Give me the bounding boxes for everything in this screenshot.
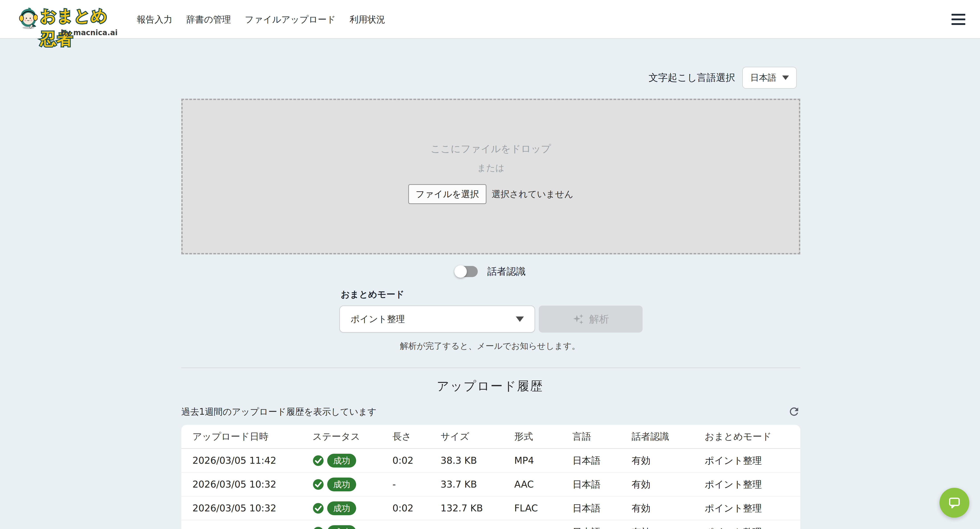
cell-status: 成功 — [312, 478, 393, 491]
status-badge: 成功 — [327, 501, 356, 515]
chevron-down-icon — [782, 75, 789, 80]
status-badge: 成功 — [327, 525, 356, 529]
cell-size: 132.7 KB — [441, 503, 514, 514]
cell-language: 日本語 — [573, 478, 632, 491]
cell-mode: ポイント整理 — [705, 478, 800, 491]
cell-language: 日本語 — [573, 502, 632, 515]
table-header-row: アップロード日時 ステータス 長さ サイズ 形式 言語 話者認識 おまとめモード — [181, 425, 800, 449]
file-selected-status: 選択されていません — [492, 188, 574, 200]
table-row: 2026/03/05 10:32 成功 - 33.7 KB AAC 日本語 有効… — [181, 473, 800, 497]
cell-format: MP4 — [514, 455, 573, 466]
cell-speaker: 有効 — [632, 478, 705, 491]
check-circle-icon — [312, 526, 324, 529]
dropzone-hint-line1: ここにファイルをドロップ — [431, 142, 551, 156]
speaker-recognition-row: 話者認識 — [180, 264, 800, 279]
logo-subtitle: by macnica.ai — [60, 28, 118, 37]
summarize-mode-label: おまとめモード — [341, 288, 404, 301]
summarize-mode-select[interactable]: ポイント整理 — [339, 306, 535, 333]
chat-bubble-icon — [947, 496, 961, 510]
cell-language: 日本語 — [573, 526, 632, 529]
cell-language: 日本語 — [573, 454, 632, 467]
cell-status: 成功 — [312, 501, 393, 515]
analysis-note: 解析が完了すると、メールでお知らせします。 — [180, 340, 800, 352]
history-title: アップロード履歴 — [180, 378, 800, 395]
analyze-button-label: 解析 — [589, 312, 609, 326]
col-header-mode: おまとめモード — [705, 430, 800, 443]
table-row: 成功 日本語 有効 ポイント整理 — [181, 520, 800, 529]
col-header-language: 言語 — [573, 430, 632, 443]
hamburger-menu-icon[interactable] — [951, 14, 965, 25]
cell-datetime: 2026/03/05 11:42 — [192, 455, 312, 466]
toggle-knob — [454, 265, 467, 278]
logo-title: おまとめ忍者 — [40, 4, 119, 50]
speaker-recognition-toggle[interactable] — [454, 264, 479, 279]
col-header-status: ステータス — [312, 430, 393, 443]
transcription-language-row: 文字起こし言語選択 日本語 — [649, 67, 797, 89]
cell-status: 成功 — [312, 454, 393, 467]
cell-mode: ポイント整理 — [705, 454, 800, 467]
sparkles-icon — [572, 313, 585, 325]
ninja-mascot-icon — [19, 4, 38, 32]
cell-speaker: 有効 — [632, 502, 705, 515]
language-select-value: 日本語 — [750, 72, 776, 84]
cell-format: AAC — [514, 479, 573, 490]
speaker-recognition-label: 話者認識 — [487, 265, 526, 278]
col-header-size: サイズ — [441, 430, 514, 443]
cell-speaker: 有効 — [632, 454, 705, 467]
nav-item-report[interactable]: 報告入力 — [137, 13, 172, 25]
check-circle-icon — [312, 502, 324, 514]
history-subtitle-row: 過去1週間のアップロード履歴を表示しています — [181, 405, 800, 418]
table-row: 2026/03/05 10:32 成功 0:02 132.7 KB FLAC 日… — [181, 497, 800, 520]
cell-length: - — [393, 479, 441, 490]
history-subtitle: 過去1週間のアップロード履歴を表示しています — [181, 406, 377, 418]
summarize-mode-value: ポイント整理 — [351, 313, 516, 325]
col-header-datetime: アップロード日時 — [192, 430, 312, 443]
chevron-down-icon — [516, 317, 524, 322]
upload-history-table: アップロード日時 ステータス 長さ サイズ 形式 言語 話者認識 おまとめモード… — [181, 425, 800, 529]
section-divider — [181, 368, 800, 368]
cell-status: 成功 — [312, 525, 393, 529]
dropzone-hint-line2: または — [477, 162, 504, 174]
status-badge: 成功 — [327, 454, 356, 467]
check-circle-icon — [312, 479, 324, 490]
cell-format: FLAC — [514, 503, 573, 514]
cell-size: 38.3 KB — [441, 455, 514, 466]
cell-speaker: 有効 — [632, 526, 705, 529]
check-circle-icon — [312, 455, 324, 467]
logo-text: おまとめ忍者 by macnica.ai — [40, 4, 119, 35]
refresh-button[interactable] — [788, 405, 800, 418]
cell-length: 0:02 — [393, 503, 441, 514]
cell-mode: ポイント整理 — [705, 502, 800, 515]
col-header-length: 長さ — [393, 430, 441, 443]
file-input-row: ファイルを選択 選択されていません — [408, 184, 573, 204]
cell-size: 33.7 KB — [441, 479, 514, 490]
main-content: 文字起こし言語選択 日本語 ここにファイルをドロップ または ファイルを選択 選… — [180, 0, 800, 529]
refresh-icon — [788, 405, 800, 418]
col-header-speaker: 話者認識 — [632, 430, 705, 443]
file-dropzone[interactable]: ここにファイルをドロップ または ファイルを選択 選択されていません — [181, 99, 800, 254]
language-select-dropdown[interactable]: 日本語 — [742, 67, 797, 89]
app-logo[interactable]: おまとめ忍者 by macnica.ai — [19, 4, 119, 35]
language-select-label: 文字起こし言語選択 — [649, 71, 735, 84]
col-header-format: 形式 — [514, 430, 573, 443]
choose-file-button[interactable]: ファイルを選択 — [408, 184, 487, 204]
analyze-button[interactable]: 解析 — [539, 306, 643, 333]
chat-fab-button[interactable] — [939, 488, 969, 518]
cell-datetime: 2026/03/05 10:32 — [192, 503, 312, 514]
status-badge: 成功 — [327, 478, 356, 491]
cell-length: 0:02 — [393, 455, 441, 466]
cell-mode: ポイント整理 — [705, 526, 800, 529]
cell-datetime: 2026/03/05 10:32 — [192, 479, 312, 490]
table-row: 2026/03/05 11:42 成功 0:02 38.3 KB MP4 日本語… — [181, 449, 800, 473]
